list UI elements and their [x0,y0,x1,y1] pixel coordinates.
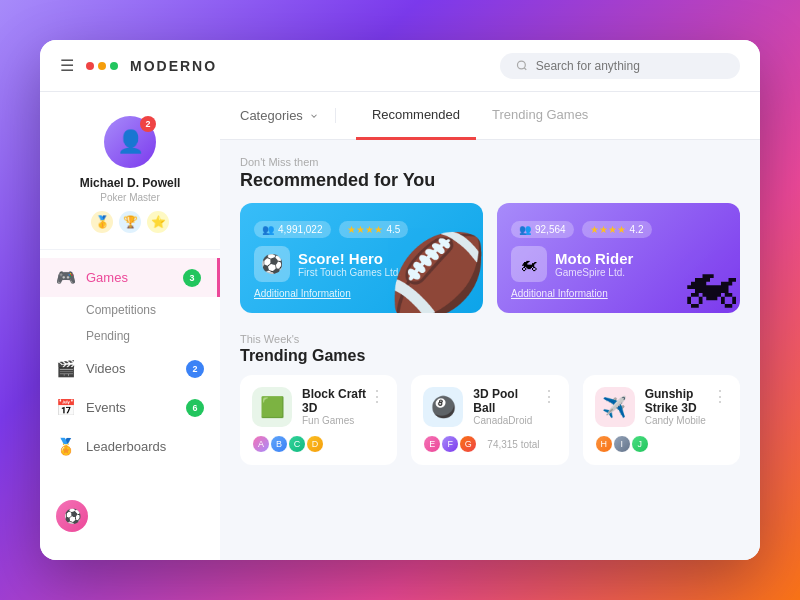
mini-avatar-2: B [270,435,288,453]
chevron-down-icon [309,111,319,121]
games-icon: 🎮 [56,268,76,287]
moto-game-info: 🏍 Moto Rider GameSpire Ltd. [511,246,726,282]
game-card-score-hero: 👥 4,991,022 ★★★★ 4.5 ⚽ Score! Hero [240,203,483,313]
block-craft-icon: 🟩 [252,387,292,427]
nav-items: 🎮 Games 3 Competitions Pending 🎬 Videos … [40,258,220,488]
search-input[interactable] [536,59,724,73]
pool-mini-3: G [459,435,477,453]
block-craft-info: Block Craft 3D Fun Games [302,387,369,426]
trending-gunship: ✈️ Gunship Strike 3D Candy Mobile ⋮ H I … [583,375,740,465]
dot-yellow [98,62,106,70]
search-bar[interactable] [500,53,740,79]
nav-competitions[interactable]: Competitions [40,297,220,323]
block-craft-menu[interactable]: ⋮ [369,387,385,406]
block-craft-name: Block Craft 3D [302,387,369,415]
leaderboards-icon: 🏅 [56,437,76,456]
tab-trending[interactable]: Trending Games [476,92,604,140]
tab-recommended[interactable]: Recommended [356,92,476,140]
score-additional-link[interactable]: Additional Information [254,288,469,299]
moto-game-dev: GameSpire Ltd. [555,267,633,278]
user-name: Michael D. Powell [80,176,181,190]
score-rating: ★★★★ 4.5 [339,221,409,238]
nav-games[interactable]: 🎮 Games 3 [40,258,220,297]
card-score-stats: 👥 4,991,022 ★★★★ 4.5 [254,221,469,238]
badge-star: ⭐ [147,211,169,233]
user-badges: 🥇 🏆 ⭐ [91,211,169,233]
score-users: 👥 4,991,022 [254,221,331,238]
gunship-mini-3: J [631,435,649,453]
moto-users: 👥 92,564 [511,221,574,238]
gunship-mini-2: I [613,435,631,453]
app-window: ☰ MODERNO 👤 2 Michael D. Powell Poker Ma… [40,40,760,560]
score-game-name: Score! Hero [298,250,401,267]
gunship-icon: ✈️ [595,387,635,427]
topbar: ☰ MODERNO [40,40,760,92]
gunship-footer: H I J [595,435,728,453]
notification-badge: 2 [140,116,156,132]
gunship-menu[interactable]: ⋮ [712,387,728,406]
score-game-info: ⚽ Score! Hero First Touch Games Ltd. [254,246,469,282]
mini-avatar-3: C [288,435,306,453]
moto-game-name: Moto Rider [555,250,633,267]
nav-leaderboards-label: Leaderboards [86,439,166,454]
featured-cards: 👥 4,991,022 ★★★★ 4.5 ⚽ Score! Hero [240,203,740,313]
gunship-name: Gunship Strike 3D [645,387,712,415]
videos-badge: 2 [186,360,204,378]
mini-avatar-4: D [306,435,324,453]
trending-gunship-header: ✈️ Gunship Strike 3D Candy Mobile ⋮ [595,387,728,427]
pool-ball-menu[interactable]: ⋮ [541,387,557,406]
topbar-left: ☰ MODERNO [60,56,217,75]
avatar-wrap: 👤 2 [104,116,156,168]
moto-text: Moto Rider GameSpire Ltd. [555,250,633,278]
gunship-cat: Candy Mobile [645,415,712,426]
tab-categories[interactable]: Categories [240,108,336,123]
mini-avatar-1: A [252,435,270,453]
moto-game-icon: 🏍 [511,246,547,282]
pool-ball-icon: 🎱 [423,387,463,427]
trending-section: This Week's Trending Games 🟩 Block Craft… [220,329,760,481]
score-game-icon: ⚽ [254,246,290,282]
user-section: 👤 2 Michael D. Powell Poker Master 🥇 🏆 ⭐ [40,108,220,250]
pool-ball-info: 3D Pool Ball CanadaDroid [473,387,540,426]
pool-ball-footer: E F G 74,315 total [423,435,556,453]
logo-text: MODERNO [130,58,217,74]
videos-icon: 🎬 [56,359,76,378]
sidebar-bottom: ⚽ [40,488,220,544]
dot-red [86,62,94,70]
recommended-section: Don't Miss them Recommended for You 👥 4,… [220,140,760,329]
svg-line-1 [524,68,526,70]
moto-rating: ★★★★ 4.2 [582,221,652,238]
trending-pool-ball: 🎱 3D Pool Ball CanadaDroid ⋮ E F G 74,31… [411,375,568,465]
nav-games-label: Games [86,270,128,285]
games-badge: 3 [183,269,201,287]
gunship-info: Gunship Strike 3D Candy Mobile [645,387,712,426]
nav-events-label: Events [86,400,126,415]
nav-pending[interactable]: Pending [40,323,220,349]
pool-total: 74,315 total [487,439,539,450]
user-title: Poker Master [100,192,159,203]
nav-events[interactable]: 📅 Events 6 [40,388,220,427]
block-craft-footer: A B C D [252,435,385,453]
search-icon [516,59,528,72]
game-card-moto-rider: 👥 92,564 ★★★★ 4.2 🏍 Moto Rider [497,203,740,313]
badge-gold: 🥇 [91,211,113,233]
score-game-dev: First Touch Games Ltd. [298,267,401,278]
nav-leaderboards[interactable]: 🏅 Leaderboards [40,427,220,466]
moto-additional-link[interactable]: Additional Information [511,288,726,299]
gunship-mini-1: H [595,435,613,453]
users-icon: 👥 [262,224,274,235]
badge-trophy: 🏆 [119,211,141,233]
nav-videos[interactable]: 🎬 Videos 2 [40,349,220,388]
pool-mini-1: E [423,435,441,453]
dot-green [110,62,118,70]
dribbble-icon[interactable]: ⚽ [56,500,88,532]
menu-icon[interactable]: ☰ [60,56,74,75]
recommended-title: Recommended for You [240,170,740,191]
trending-title: Trending Games [240,347,740,365]
trending-pool-header: 🎱 3D Pool Ball CanadaDroid ⋮ [423,387,556,427]
moto-stats: 👥 92,564 ★★★★ 4.2 [511,221,726,238]
trending-subtitle: This Week's [240,333,740,345]
pool-ball-cat: CanadaDroid [473,415,540,426]
moto-stars: ★★★★ [590,224,626,235]
content-area: Categories Recommended Trending Games Do… [220,92,760,560]
